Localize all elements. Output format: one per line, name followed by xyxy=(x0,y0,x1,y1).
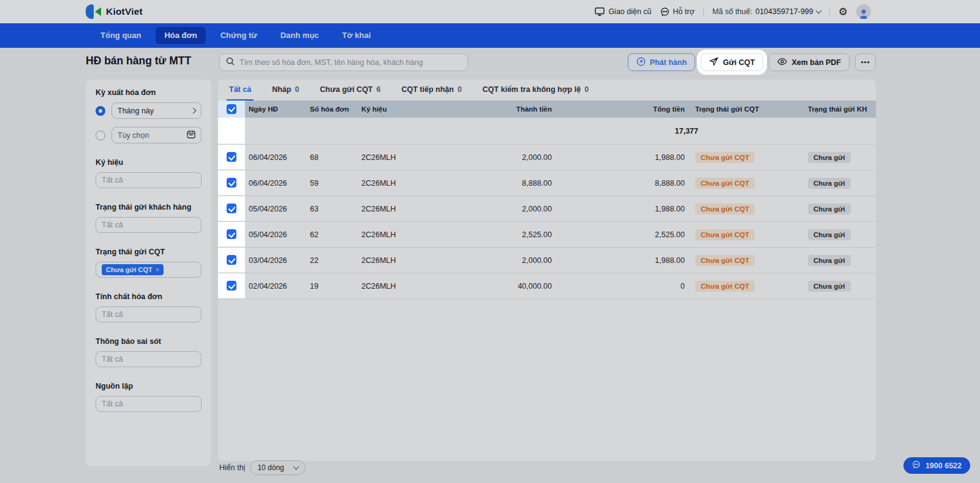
invoice-amount: 2,000.00 xyxy=(460,205,552,213)
list-footer: Hiển thị 10 dòng xyxy=(219,460,306,475)
person-icon xyxy=(858,8,869,19)
view-pdf-button[interactable]: Xem bản PDF xyxy=(769,53,850,71)
invoice-list-card: Tất cả Nháp 0 Chưa gửi CQT 6 CQT tiếp nh… xyxy=(218,80,876,461)
row-checkbox[interactable] xyxy=(227,203,236,213)
topbar: KiotViet Giao diện cũ Hỗ trợ xyxy=(0,0,980,23)
user-avatar[interactable] xyxy=(856,4,871,19)
status-tab[interactable]: CQT tiếp nhận 0 xyxy=(399,80,464,101)
tab-count: 0 xyxy=(584,85,589,94)
filter-select[interactable]: Tất cả xyxy=(96,306,202,322)
cqt-status-cell: Chưa gửi CQT xyxy=(685,255,807,266)
row-checkbox[interactable] xyxy=(227,152,236,162)
invoice-date: 02/04/2026 xyxy=(245,282,306,291)
invoice-number: 68 xyxy=(306,153,358,162)
period-this-month-label: Tháng này xyxy=(118,107,154,115)
filter-select[interactable]: Chưa gửi CQT × xyxy=(96,262,202,278)
filter-select[interactable]: Tất cả xyxy=(96,351,202,367)
filter-tag[interactable]: Chưa gửi CQT × xyxy=(102,264,164,275)
nav-item[interactable]: Chứng từ xyxy=(212,27,266,44)
invoice-total: 2,525.00 xyxy=(552,230,685,239)
period-custom-button[interactable]: Tùy chọn xyxy=(111,127,202,143)
more-actions-button[interactable]: ⋯ xyxy=(855,53,876,71)
logo-green-shape xyxy=(95,7,101,16)
filter-select[interactable]: Tất cả xyxy=(96,172,202,188)
tag-close-icon[interactable]: × xyxy=(156,266,159,273)
tax-code-dropdown[interactable]: Mã số thuế: 0104359717-999 xyxy=(712,7,821,16)
invoice-total: 0 xyxy=(552,282,685,291)
col-total[interactable]: Tổng tiền xyxy=(552,105,685,113)
radio-selected-icon[interactable] xyxy=(96,106,105,116)
period-option-custom[interactable]: Tùy chọn xyxy=(96,127,202,143)
customer-status-badge: Chưa gửi xyxy=(808,203,851,215)
period-custom-label: Tùy chọn xyxy=(118,131,149,140)
support-link[interactable]: Hỗ trợ xyxy=(660,7,695,17)
status-tab[interactable]: CQT kiểm tra không hợp lệ 0 xyxy=(480,80,591,101)
nav-item[interactable]: Hóa đơn xyxy=(156,27,205,44)
view-pdf-label: Xem bản PDF xyxy=(791,58,841,67)
hotline-number: 1900 6522 xyxy=(925,462,962,470)
monitor-icon xyxy=(595,7,605,16)
row-checkbox-cell xyxy=(218,170,245,196)
tab-count: 0 xyxy=(458,85,462,94)
select-all-checkbox[interactable] xyxy=(227,104,236,114)
search-input[interactable] xyxy=(239,58,461,67)
invoice-date: 05/04/2026 xyxy=(245,205,306,213)
cqt-status-badge: Chưa gửi CQT xyxy=(695,178,755,189)
nav-item[interactable]: Danh mục xyxy=(272,27,328,44)
period-option-this-month[interactable]: Tháng này xyxy=(96,102,202,119)
row-checkbox-cell xyxy=(218,273,245,299)
invoice-total: 1,988.00 xyxy=(552,205,685,213)
nav-item-label: Tờ khai xyxy=(342,31,371,40)
old-interface-label: Giao diện cũ xyxy=(608,7,651,16)
customer-status-cell: Chưa gửi xyxy=(807,203,876,215)
invoice-amount: 2,000.00 xyxy=(460,256,552,265)
cqt-status-badge: Chưa gửi CQT xyxy=(695,255,755,266)
chevron-down-icon xyxy=(815,8,821,14)
tab-label: CQT tiếp nhận xyxy=(401,85,453,94)
invoice-row[interactable]: 05/04/2026 63 2C26MLH 2,000.00 1,988.00 … xyxy=(218,196,876,222)
page-size-select[interactable]: 10 dòng xyxy=(250,460,305,475)
row-checkbox[interactable] xyxy=(227,255,236,265)
col-cqt-status[interactable]: Trạng thái gửi CQT xyxy=(685,105,807,113)
invoice-search[interactable] xyxy=(219,53,468,71)
invoice-amount: 2,525.00 xyxy=(460,230,552,239)
status-tab[interactable]: Tất cả xyxy=(227,80,254,101)
period-this-month-button[interactable]: Tháng này xyxy=(111,102,202,119)
invoice-number: 22 xyxy=(306,256,358,265)
kiotviet-logo[interactable]: KiotViet xyxy=(86,4,143,19)
nav-item[interactable]: Tờ khai xyxy=(334,27,380,44)
invoice-row[interactable]: 06/04/2026 68 2C26MLH 2,000.00 1,988.00 … xyxy=(218,145,876,170)
filter-select[interactable]: Tất cả xyxy=(96,396,202,412)
col-customer-status[interactable]: Trạng thái gửi KH xyxy=(807,105,876,113)
invoice-row[interactable]: 06/04/2026 59 2C26MLH 8,888.00 8,888.00 … xyxy=(218,170,876,196)
invoice-row[interactable]: 02/04/2026 19 2C26MLH 40,000.00 0 Chưa g… xyxy=(218,273,876,299)
filter-tag-label: Chưa gửi CQT xyxy=(106,266,153,273)
chat-bubble-icon xyxy=(912,460,921,471)
hotline-chat-button[interactable]: 1900 6522 xyxy=(903,457,970,474)
invoice-row[interactable]: 05/04/2026 62 2C26MLH 2,525.00 2,525.00 … xyxy=(218,222,876,248)
filter-group: Thông báo sai sót Tất cả xyxy=(96,337,202,367)
row-checkbox[interactable] xyxy=(227,229,236,239)
send-cqt-button[interactable]: Gửi CQT xyxy=(701,53,763,71)
settings-gear-icon[interactable]: ⚙ xyxy=(839,7,848,17)
status-tab[interactable]: Chưa gửi CQT 6 xyxy=(317,80,383,101)
nav-item-label: Hóa đơn xyxy=(164,31,197,40)
filter-select[interactable]: Tất cả xyxy=(96,217,202,233)
col-invoice-date[interactable]: Ngày HĐ xyxy=(245,105,306,113)
col-symbol[interactable]: Ký hiệu xyxy=(358,105,460,113)
invoice-amount: 2,000.00 xyxy=(460,153,552,162)
period-filter-label: Kỳ xuất hóa đơn xyxy=(96,88,202,97)
col-amount[interactable]: Thành tiền xyxy=(460,105,552,113)
invoice-row[interactable]: 03/04/2026 22 2C26MLH 2,000.00 1,988.00 … xyxy=(218,248,876,273)
status-tab[interactable]: Nháp 0 xyxy=(270,80,301,101)
col-invoice-number[interactable]: Số hóa đơn xyxy=(306,105,358,113)
publish-button[interactable]: Phát hành xyxy=(628,53,695,71)
radio-unselected-icon[interactable] xyxy=(96,131,105,140)
filter-label: Thông báo sai sót xyxy=(96,337,202,346)
summary-row: 17,377 xyxy=(218,118,876,145)
row-checkbox[interactable] xyxy=(227,281,236,291)
nav-item[interactable]: Tổng quan xyxy=(92,27,149,44)
old-interface-link[interactable]: Giao diện cũ xyxy=(595,7,651,16)
row-checkbox[interactable] xyxy=(227,178,236,188)
logo-blue-shape xyxy=(86,4,94,19)
